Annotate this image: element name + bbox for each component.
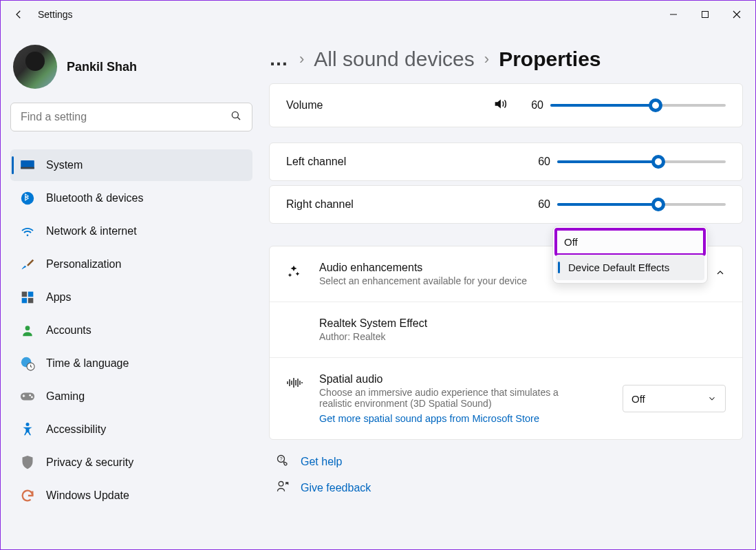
window-title: Settings	[38, 9, 73, 20]
sidebar-item-label: Accounts	[46, 324, 91, 337]
sidebar-item-system[interactable]: System	[10, 149, 252, 181]
sidebar-item-accounts[interactable]: Accounts	[10, 315, 252, 346]
page-title: Properties	[499, 47, 601, 71]
svg-line-3	[237, 117, 240, 120]
maximize-button[interactable]	[689, 2, 721, 27]
sidebar-item-apps[interactable]: Apps	[10, 282, 252, 313]
bluetooth-icon	[20, 191, 35, 206]
svg-point-11	[25, 326, 30, 330]
breadcrumb-parent[interactable]: All sound devices	[314, 47, 474, 71]
volume-value: 60	[520, 99, 543, 112]
globe-clock-icon	[20, 356, 35, 371]
sidebar-item-network[interactable]: Network & internet	[10, 215, 252, 247]
audio-enhancements-row[interactable]: Audio enhancements Select an enhancement…	[270, 246, 742, 302]
left-channel-label: Left channel	[286, 156, 527, 168]
spatial-select-value: Off	[631, 393, 645, 405]
sidebar-item-label: Bluetooth & devices	[46, 192, 143, 204]
left-channel-slider[interactable]	[557, 156, 726, 168]
dropdown-option-default[interactable]: Device Default Effects	[556, 255, 704, 280]
spatial-audio-row: Spatial audio Choose an immersive audio …	[270, 358, 742, 439]
svg-rect-1	[702, 12, 709, 18]
svg-rect-7	[22, 292, 28, 297]
realtek-row[interactable]: Realtek System Effect Author: Realtek	[270, 302, 742, 358]
right-channel-slider[interactable]	[557, 198, 726, 211]
right-channel-card: Right channel 60	[269, 185, 743, 224]
close-button[interactable]	[721, 2, 753, 27]
chevron-right-icon: ›	[299, 50, 304, 68]
sound-wave-icon	[286, 373, 305, 392]
volume-card: Volume 60	[269, 83, 743, 127]
svg-point-15	[29, 394, 31, 396]
enhancements-dropdown: Off Device Default Effects	[552, 226, 708, 284]
chevron-up-icon	[715, 267, 726, 281]
svg-rect-10	[28, 298, 34, 304]
svg-text:?: ?	[279, 456, 282, 462]
system-icon	[20, 158, 35, 173]
volume-label: Volume	[286, 99, 493, 112]
breadcrumb-overflow[interactable]: …	[269, 48, 290, 70]
dropdown-option-label: Off	[564, 236, 578, 248]
accounts-icon	[20, 323, 35, 338]
get-help-link[interactable]: ? Get help	[276, 454, 743, 470]
sidebar-item-label: Windows Update	[46, 489, 129, 502]
chevron-right-icon: ›	[484, 50, 489, 68]
spatial-title: Spatial audio	[319, 373, 609, 385]
sidebar-item-time[interactable]: Time & language	[10, 348, 252, 379]
sidebar-item-windows-update[interactable]: Windows Update	[10, 480, 252, 511]
spatial-audio-select[interactable]: Off	[623, 385, 726, 412]
spatial-store-link[interactable]: Get more spatial sound apps from Microso…	[319, 413, 609, 424]
chevron-down-icon	[707, 394, 717, 403]
dropdown-option-label: Device Default Effects	[564, 262, 669, 273]
sidebar-item-label: Gaming	[46, 390, 85, 403]
main-content: … › All sound devices › Properties Volum…	[262, 28, 755, 549]
svg-rect-9	[22, 298, 28, 304]
titlebar: Settings	[1, 1, 755, 28]
sidebar-item-privacy[interactable]: Privacy & security	[10, 447, 252, 478]
svg-rect-8	[28, 292, 34, 297]
sidebar-item-label: System	[46, 159, 83, 171]
shield-icon	[20, 455, 35, 470]
sidebar: Pankil Shah System Bluetooth & devices N…	[1, 28, 262, 549]
footer-link-label: Get help	[301, 456, 342, 468]
dropdown-option-off[interactable]: Off	[556, 229, 704, 255]
sidebar-item-bluetooth[interactable]: Bluetooth & devices	[10, 182, 252, 214]
realtek-author: Author: Realtek	[319, 331, 581, 342]
help-icon: ?	[276, 454, 290, 470]
realtek-title: Realtek System Effect	[319, 317, 726, 330]
sparkle-icon	[286, 262, 305, 282]
footer-link-label: Give feedback	[301, 482, 371, 494]
right-channel-label: Right channel	[286, 198, 527, 211]
sidebar-item-label: Personalization	[46, 258, 121, 271]
sidebar-item-personalization[interactable]: Personalization	[10, 248, 252, 280]
sidebar-item-label: Privacy & security	[46, 456, 133, 469]
speaker-icon[interactable]	[493, 96, 508, 114]
nav-list: System Bluetooth & devices Network & int…	[10, 149, 252, 511]
search-icon	[230, 109, 242, 125]
search-input[interactable]	[21, 111, 224, 123]
enhancements-group: Audio enhancements Select an enhancement…	[269, 246, 743, 440]
svg-point-2	[232, 112, 238, 118]
breadcrumb: … › All sound devices › Properties	[269, 34, 743, 83]
sidebar-item-label: Apps	[46, 291, 71, 304]
search-box[interactable]	[10, 103, 252, 131]
user-name: Pankil Shah	[67, 60, 137, 74]
sidebar-item-accessibility[interactable]: Accessibility	[10, 414, 252, 445]
give-feedback-link[interactable]: Give feedback	[276, 480, 743, 496]
user-profile[interactable]: Pankil Shah	[10, 38, 252, 103]
volume-slider[interactable]	[550, 99, 726, 112]
sidebar-item-label: Time & language	[46, 357, 129, 370]
svg-point-17	[26, 423, 30, 426]
left-channel-value: 60	[527, 156, 550, 168]
svg-point-28	[279, 482, 283, 487]
feedback-icon	[276, 480, 290, 496]
sidebar-item-label: Accessibility	[46, 423, 106, 436]
back-button[interactable]	[12, 8, 25, 21]
minimize-button[interactable]	[658, 2, 689, 27]
sidebar-item-gaming[interactable]: Gaming	[10, 381, 252, 412]
left-channel-card: Left channel 60	[269, 142, 743, 181]
svg-point-6	[21, 192, 34, 204]
avatar	[13, 45, 57, 89]
svg-rect-5	[21, 167, 34, 169]
sidebar-item-label: Network & internet	[46, 225, 137, 237]
accessibility-icon	[20, 422, 35, 437]
